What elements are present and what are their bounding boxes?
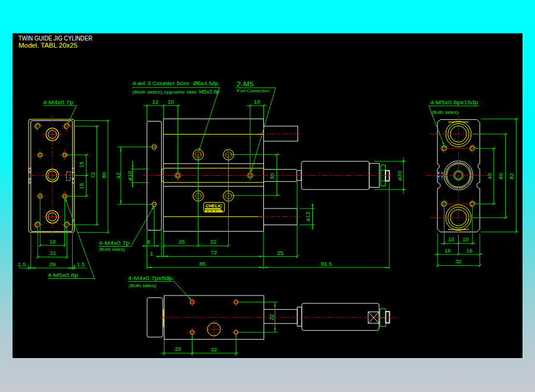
- svg-text:ø10: ø10: [126, 171, 133, 181]
- svg-text:4-ø4 3 Counter bore: 4-ø4 3 Counter bore: [132, 80, 189, 86]
- svg-text:ØBx4.5dp.: ØBx4.5dp.: [193, 80, 220, 86]
- svg-text:72: 72: [89, 172, 96, 179]
- svg-text:22: 22: [268, 314, 275, 321]
- svg-text:Port Connection: Port Connection: [237, 88, 270, 94]
- svg-text:16: 16: [466, 247, 472, 254]
- svg-text:1.5: 1.5: [18, 261, 26, 267]
- svg-text:18: 18: [49, 238, 56, 245]
- svg-text:32: 32: [211, 346, 217, 353]
- svg-text:10: 10: [462, 236, 469, 242]
- svg-text:60: 60: [497, 173, 504, 180]
- svg-text:4-M5x0.8px15dp: 4-M5x0.8px15dp: [430, 99, 478, 105]
- svg-text:TWIN GUIDE JIG CYLINDER: TWIN GUIDE JIG CYLINDER: [18, 35, 92, 42]
- svg-text:15: 15: [78, 161, 85, 168]
- svg-text:29: 29: [49, 261, 56, 267]
- svg-text:(Both sides): (Both sides): [129, 283, 157, 288]
- svg-text:91.5: 91.5: [321, 260, 332, 267]
- svg-text:10: 10: [448, 236, 455, 242]
- svg-text:12: 12: [152, 98, 158, 105]
- svg-text:6: 6: [147, 238, 150, 245]
- svg-text:42: 42: [115, 173, 122, 179]
- svg-text:10: 10: [167, 98, 174, 105]
- svg-text:22: 22: [210, 238, 217, 245]
- svg-text:10: 10: [254, 98, 260, 105]
- svg-text:4-M5x0.8p: 4-M5x0.8p: [48, 272, 78, 278]
- svg-text:ø12: ø12: [304, 211, 311, 221]
- svg-text:21: 21: [50, 250, 57, 256]
- svg-text:30: 30: [269, 173, 275, 180]
- svg-text:4-M4x0 7p: 4-M4x0 7p: [43, 99, 73, 105]
- svg-text:85: 85: [199, 260, 206, 267]
- svg-text:40: 40: [486, 173, 493, 180]
- svg-text:2-M5: 2-M5: [237, 81, 254, 88]
- svg-text:Model. TABL 20x25: Model. TABL 20x25: [18, 42, 77, 49]
- svg-text:20: 20: [175, 346, 182, 352]
- svg-text:25: 25: [179, 238, 185, 245]
- svg-text:ø20: ø20: [396, 171, 403, 181]
- svg-text:(Both sides): (Both sides): [99, 247, 126, 252]
- svg-text:(Both sides),opposite side: (Both sides),opposite side: [132, 89, 197, 95]
- svg-text:4-M4x0 7p: 4-M4x0 7p: [99, 239, 130, 246]
- svg-text:1: 1: [150, 250, 153, 257]
- svg-text:82: 82: [508, 173, 515, 180]
- svg-text:72: 72: [211, 249, 217, 256]
- svg-text:80: 80: [101, 172, 107, 179]
- svg-text:M5x0.8p: M5x0.8p: [199, 88, 220, 95]
- svg-text:32: 32: [455, 258, 462, 265]
- svg-text:1.5: 1.5: [77, 261, 85, 267]
- svg-text:4-M4x0.7px8dp.: 4-M4x0.7px8dp.: [128, 275, 175, 281]
- svg-text:25: 25: [277, 250, 284, 256]
- svg-text:CHELIC: CHELIC: [206, 204, 222, 208]
- svg-text:16: 16: [444, 247, 451, 254]
- svg-text:(Both sides): (Both sides): [432, 110, 459, 115]
- svg-text:15: 15: [78, 183, 85, 189]
